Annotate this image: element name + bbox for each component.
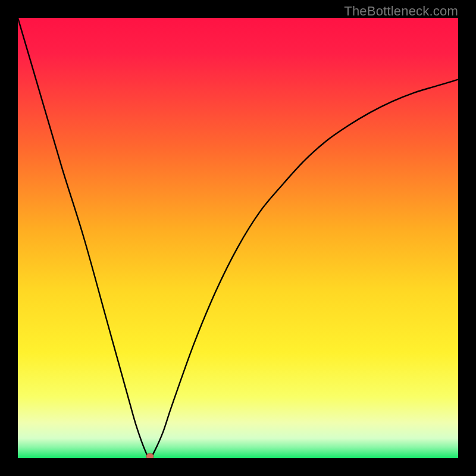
minimum-marker: [146, 453, 154, 458]
watermark-text: TheBottleneck.com: [344, 4, 458, 19]
plot-area: [18, 18, 458, 458]
bottleneck-curve: [18, 18, 458, 458]
curve-layer: [18, 18, 458, 458]
chart-frame: { "watermark": "TheBottleneck.com", "col…: [0, 0, 476, 476]
